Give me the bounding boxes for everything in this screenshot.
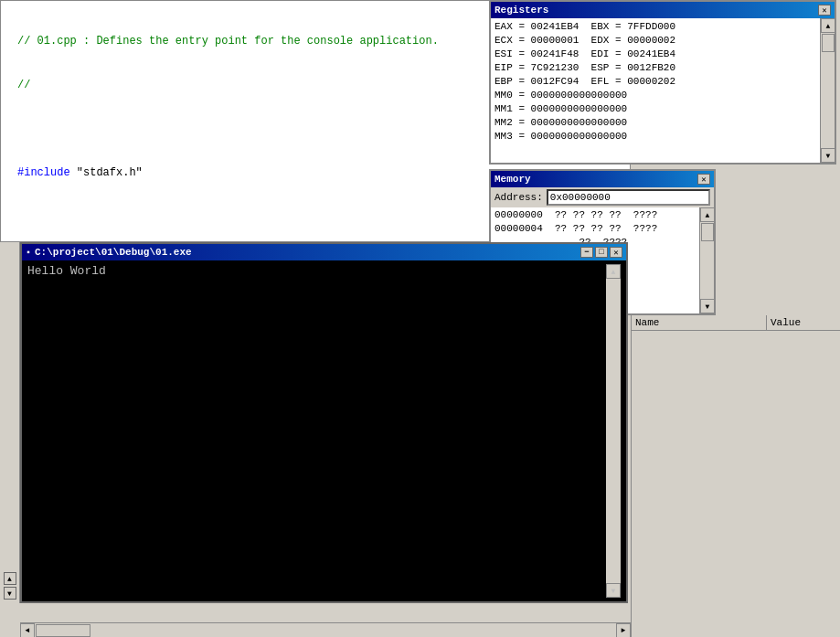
console-titlebar-buttons: − □ ✕ — [580, 247, 622, 258]
console-scroll-up[interactable]: ▲ — [606, 264, 621, 279]
code-comment2: // — [17, 78, 30, 92]
scroll-down-arrow[interactable]: ▼ — [821, 148, 835, 163]
memory-scroll-thumb[interactable] — [701, 223, 714, 241]
console-app-icon: ▪ — [26, 248, 31, 258]
console-output: Hello World — [27, 264, 106, 278]
address-label: Address: — [494, 192, 543, 203]
console-title-left: ▪ C:\project\01\Debug\01.exe — [26, 247, 192, 258]
name-value-panel: Name Value — [631, 315, 840, 637]
registers-close-button[interactable]: ✕ — [818, 5, 831, 16]
left-btn-1[interactable]: ▲ — [4, 572, 16, 585]
value-col-header: Value — [767, 315, 840, 330]
hscroll-left-button[interactable]: ◄ — [20, 623, 35, 638]
scroll-down-icon: ▼ — [611, 587, 616, 595]
restore-icon: □ — [599, 248, 603, 257]
scroll-up-icon: ▲ — [826, 22, 831, 30]
close-icon: ✕ — [822, 5, 826, 16]
console-scroll-track[interactable] — [606, 279, 621, 583]
hscroll-track[interactable] — [35, 623, 616, 637]
scroll-up-icon: ▲ — [706, 211, 710, 219]
memory-titlebar-buttons: ✕ — [697, 174, 710, 185]
code-comment1: // 01.cpp : Defines the entry point for … — [17, 34, 439, 48]
memory-scroll-down[interactable]: ▼ — [700, 299, 714, 313]
minimize-icon: − — [584, 248, 589, 257]
titlebar-buttons: ✕ — [818, 5, 831, 16]
close-icon: ✕ — [701, 175, 706, 185]
scroll-up-icon: ▲ — [611, 268, 616, 276]
scroll-right-icon: ► — [622, 626, 626, 634]
address-input[interactable] — [547, 189, 710, 206]
name-value-header: Name Value — [632, 315, 840, 331]
left-panel-bottom: ▲ ▼ — [4, 572, 16, 603]
console-close-button[interactable]: ✕ — [610, 247, 622, 258]
memory-scroll-track[interactable] — [700, 222, 714, 299]
name-col-header: Name — [632, 315, 767, 330]
left-btn-2[interactable]: ▼ — [4, 587, 16, 600]
registers-title: Registers — [494, 5, 548, 16]
scroll-down-icon: ▼ — [826, 152, 831, 160]
console-window: ▪ C:\project\01\Debug\01.exe − □ ✕ Hello… — [20, 242, 628, 603]
memory-scroll-up[interactable]: ▲ — [700, 207, 714, 222]
hscroll-right-button[interactable]: ► — [616, 623, 631, 638]
memory-close-button[interactable]: ✕ — [697, 174, 710, 185]
close-icon: ✕ — [613, 248, 618, 258]
registers-titlebar: Registers ✕ — [491, 2, 835, 18]
console-text: Hello World — [27, 264, 606, 598]
scroll-up-arrow[interactable]: ▲ — [821, 18, 835, 33]
scroll-left-icon: ◄ — [26, 626, 30, 634]
registers-content: EAX = 00241EB4 EBX = 7FFDD000 ECX = 0000… — [491, 18, 835, 163]
scroll-down-icon: ▼ — [706, 303, 710, 311]
bottom-scrollbar: ◄ ► — [20, 622, 631, 637]
registers-text: EAX = 00241EB4 EBX = 7FFDD000 ECX = 0000… — [491, 18, 820, 163]
hscroll-thumb[interactable] — [36, 624, 90, 637]
console-scrollbar: ▲ ▼ — [606, 264, 621, 598]
console-minimize-button[interactable]: − — [580, 247, 593, 258]
memory-address-bar: Address: — [491, 187, 714, 207]
console-titlebar: ▪ C:\project\01\Debug\01.exe − □ ✕ — [22, 244, 626, 260]
memory-title: Memory — [494, 174, 531, 185]
registers-scrollbar: ▲ ▼ — [820, 18, 835, 163]
scroll-track[interactable] — [821, 33, 835, 148]
console-scroll-down[interactable]: ▼ — [606, 583, 621, 598]
console-title: C:\project\01\Debug\01.exe — [35, 247, 192, 258]
scroll-thumb[interactable] — [822, 34, 835, 52]
registers-window: Registers ✕ EAX = 00241EB4 EBX = 7FFDD00… — [489, 0, 836, 165]
console-restore-button[interactable]: □ — [595, 247, 608, 258]
memory-scrollbar: ▲ ▼ — [699, 207, 714, 313]
left-side-panel: ▲ ▼ — [0, 242, 20, 603]
memory-titlebar: Memory ✕ — [491, 171, 714, 187]
console-content: Hello World ▲ ▼ — [22, 260, 626, 601]
